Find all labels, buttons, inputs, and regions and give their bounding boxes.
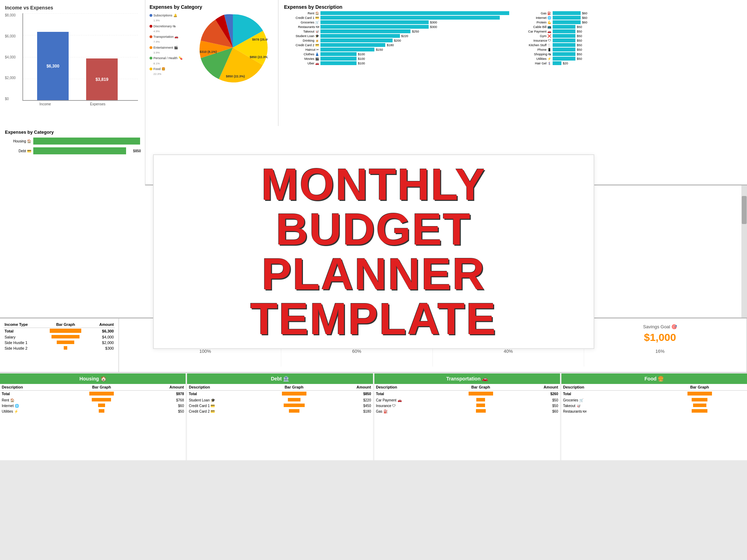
takeout-row: Takeout 🥡 [561, 403, 747, 408]
y-label-6000: $6,000 [5, 34, 16, 38]
legend-personal-health: Personal / Health 💊 [150, 55, 195, 61]
col-amount: Amount [90, 321, 115, 328]
desc-row-drinking: Drinking 🍺 $200 [284, 38, 509, 42]
car-payment-row: Car Payment 🚗 $50 [374, 397, 560, 403]
pie-chart-svg: $978 (25.6%) $850 (22.3%) $850 (22.3%) $… [198, 13, 268, 84]
x-label-income: Income [22, 102, 68, 106]
desc-row-takeout: Takeout 🥡 $250 [284, 29, 509, 33]
rent-row: Rent 🏠 $768 [0, 397, 186, 403]
cat-bar-title: Expenses by Category [5, 130, 140, 135]
desc-row-restaurants: Restaurants 🍽 $300 [284, 25, 509, 29]
income-table: Income Type Bar Graph Amount Total $6,30… [0, 318, 119, 372]
gas-row: Gas ⛽ $60 [374, 408, 560, 414]
desc-row-movies: Movies 🎬 $100 [284, 57, 509, 61]
utilities-housing-row: Utilities ⚡ $50 [0, 408, 186, 414]
transportation-table: Transportation 🚗 Description Bar Graph A… [374, 373, 560, 460]
desc-row-insurance: Insurance 🛡 $50 [516, 38, 741, 42]
groceries-row: Groceries 🛒 [561, 397, 747, 403]
banner-line2: PLANNER TEMPLATE [175, 252, 573, 341]
income-bar: $6,300 [37, 32, 69, 100]
stat-savings-label: Savings Goal 🎯 [588, 324, 732, 329]
debt-total: Total $850 [187, 391, 373, 398]
income-vs-expenses-chart: Income vs Expenses $8,000 $6,000 $4,000 … [0, 0, 145, 126]
desc-row-protein: Protein 💪 $60 [516, 20, 741, 24]
side-hustle1-row: Side Hustle 1 $2,000 [4, 340, 115, 345]
desc-row-car-payment: Car Payment 🚗 $50 [516, 29, 741, 33]
desc-row-clothes: Clothes 👗 $100 [284, 52, 509, 56]
transportation-header: Transportation 🚗 [374, 373, 560, 384]
cat-tables-row: Housing 🏠 Description Bar Graph Amount T… [0, 373, 747, 460]
desc-row-rent: Rent 🏠 [284, 11, 509, 15]
scrollbar-thumb[interactable] [742, 196, 747, 224]
stat-remaining-pct: 40% [436, 349, 581, 354]
internet-row: Internet 🌐 $60 [0, 403, 186, 408]
stat-savings-value: $1,000 [588, 331, 732, 343]
desc-row-groceries: Groceries 🛒 $300 [284, 20, 509, 24]
housing-header: Housing 🏠 [0, 373, 186, 384]
y-label-0: $0 [5, 97, 16, 101]
col-income-type: Income Type [4, 321, 41, 328]
income-total-row: Total $6,300 [4, 328, 115, 335]
desc-row-internet: Internet 🌐 $60 [516, 16, 741, 20]
legend-food: Food 🍔 [150, 66, 195, 72]
legend-entertainment: Entertainment 🎬 [150, 45, 195, 50]
desc-row-kitchen: Kitchen Stuff 🍴 $50 [516, 43, 741, 47]
scrollbar[interactable] [741, 186, 747, 317]
pie-chart-section: Expenses by Category Subscriptions 🔔 1.9… [145, 0, 278, 126]
total-bar [50, 329, 81, 333]
housing-row: Housing 🏠 [5, 138, 140, 145]
legend-subscriptions: Subscriptions 🔔 [150, 13, 195, 18]
pie-title: Expenses by Category [150, 4, 274, 10]
food-table: Food 🍔 Description Bar Graph Total Groce… [561, 373, 747, 460]
desc-row-cc2: Credit Card 2 💳 $180 [284, 43, 509, 47]
svg-text:$978 (25.6%): $978 (25.6%) [252, 38, 268, 41]
svg-text:$850 (22.3%): $850 (22.3%) [226, 75, 245, 78]
legend-discretionary: Discretionary 🛍 [150, 23, 195, 29]
student-loan-row: Student Loan 🎓 $220 [187, 397, 373, 403]
desc-row-shopping: Shopping 🛍 $50 [516, 52, 741, 56]
y-label-8000: $8,000 [5, 13, 16, 17]
insurance-row: Insurance 🛡 $50 [374, 403, 560, 408]
cat-bar-housing-section: Expenses by Category Housing 🏠 Debt 💳 $8… [0, 126, 145, 186]
expenses-by-description: Expenses by Description Rent 🏠 Credit Ca… [278, 0, 747, 126]
food-total: Total [561, 391, 747, 398]
y-label-2000: $2,000 [5, 76, 16, 80]
desc-row-phone: Phone 📱 $50 [516, 48, 741, 51]
desc-row-gym: Gym ❌ $50 [516, 34, 741, 38]
expenses-bar-label: $3,819 [96, 77, 109, 82]
stat-income-pct: 100% [133, 349, 277, 354]
chart-title: Income vs Expenses [5, 5, 140, 10]
col-bar-graph: Bar Graph [41, 321, 90, 328]
stat-savings: Savings Goal 🎯 $1,000 pct 16% [584, 324, 736, 366]
desc-row-student-loan: Student Loan 🎓 $220 [284, 34, 509, 38]
side-hustle2-row: Side Hustle 2 $300 [4, 345, 115, 351]
salary-row: Salary $4,000 [4, 334, 115, 340]
debt-table: Debt 🏦 Description Bar Graph Amount Tota… [187, 373, 373, 460]
desc-row-utilities: Utilities ⚡ $50 [516, 57, 741, 61]
y-label-4000: $4,000 [5, 55, 16, 59]
housing-table: Housing 🏠 Description Bar Graph Amount T… [0, 373, 186, 460]
desc-row-hair-gel: Hair Gel 💈 $20 [516, 61, 741, 65]
x-label-expenses: Expenses [75, 102, 120, 106]
svg-text:$850 (22.3%): $850 (22.3%) [250, 55, 268, 59]
desc-row-haircut: Haircut ✂ $150 [284, 48, 509, 51]
stat-savings-pct: 16% [588, 349, 732, 354]
expenses-bar: $3,819 [86, 58, 118, 100]
stat-expenses-pct: 60% [285, 349, 429, 354]
desc-row-cc1: Credit Card 1 💳 [284, 16, 509, 20]
desc-title: Expenses by Description [284, 4, 741, 10]
svg-text:$310 (8.1%): $310 (8.1%) [200, 50, 217, 54]
debt-header: Debt 🏦 [187, 373, 373, 384]
pie-legend: Subscriptions 🔔 1.9% Discretionary 🛍 4.9… [150, 13, 195, 77]
transport-total: Total $260 [374, 391, 560, 398]
banner-line1: MONTHLY BUDGET [175, 162, 573, 252]
desc-row-cable: Cable Bill 📺 $50 [516, 25, 741, 29]
legend-transportation: Transportation 🚗 [150, 34, 195, 40]
restaurants-row: Restaurants 🍽 [561, 408, 747, 414]
income-bar-label: $6,300 [47, 64, 60, 69]
credit-card2-row: Credit Card 2 💳 $180 [187, 408, 373, 414]
desc-row-gas: Gas ⛽ $60 [516, 11, 741, 15]
housing-total: Total $978 [0, 391, 186, 398]
debt-row: Debt 💳 $850 [5, 147, 140, 154]
desc-row-uber: Uber 🚗 $100 [284, 61, 509, 65]
